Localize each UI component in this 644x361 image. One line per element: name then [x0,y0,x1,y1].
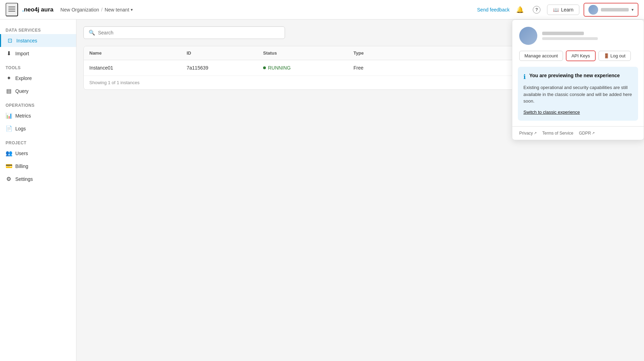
bell-icon: 🔔 [516,6,524,14]
log-out-icon: 🚪 [604,53,609,58]
dropdown-footer: Privacy ↗ Terms of Service GDPR ↗ [512,126,644,140]
cell-status: RUNNING [258,60,348,75]
app-logo: .neo4j aura [22,6,54,13]
settings-icon: ⚙ [6,176,12,182]
svg-rect-0 [8,7,15,7]
dropdown-avatar [519,27,537,45]
query-icon: ▤ [6,88,12,94]
learn-button[interactable]: 📖 Learn [547,5,579,15]
app-body: Data services ⊡ Instances ⬇ Import Tools… [0,19,644,361]
dropdown-user-section [512,20,644,50]
sidebar-item-explore[interactable]: ✦ Explore [0,72,76,85]
sidebar: Data services ⊡ Instances ⬇ Import Tools… [0,19,76,361]
metrics-icon: 📊 [6,112,12,119]
sidebar-item-query-label: Query [15,88,28,94]
switch-classic-link[interactable]: Switch to classic experience [523,110,580,115]
avatar [588,5,598,15]
help-button[interactable]: ? [530,3,543,16]
sidebar-item-logs-label: Logs [15,126,26,131]
notifications-button[interactable]: 🔔 [514,3,526,16]
cell-id: 7a115639 [181,60,258,75]
send-feedback-link[interactable]: Send feedback [477,7,510,13]
sidebar-item-logs[interactable]: 📄 Logs [0,122,76,135]
sidebar-item-users-label: Users [15,151,28,156]
dropdown-actions: Manage account API Keys 🚪 Log out [512,50,644,67]
instances-icon: ⊡ [7,37,13,44]
sidebar-item-metrics-label: Metrics [15,113,31,119]
banner-header: ℹ You are previewing the new experience [523,72,633,81]
billing-icon: 💳 [6,163,12,169]
sidebar-item-settings-label: Settings [15,176,33,182]
dropdown-user-info [542,32,598,40]
info-icon: ℹ [523,73,526,81]
breadcrumb-separator: / [101,7,103,13]
log-out-button[interactable]: 🚪 Log out [598,51,631,61]
user-menu-button[interactable]: ▾ [584,3,638,17]
operations-label: Operations [0,100,76,109]
column-status: Status [258,46,348,60]
import-icon: ⬇ [6,50,12,57]
project-label: Project [0,138,76,147]
help-icon: ? [533,6,540,14]
external-icon-2: ↗ [592,131,595,135]
svg-rect-1 [8,9,15,9]
column-id: ID [181,46,258,60]
breadcrumb-org[interactable]: New Organization [60,7,99,13]
sidebar-item-instances-label: Instances [16,38,37,43]
data-services-label: Data services [0,25,76,34]
search-input-wrap: 🔍 [83,26,285,39]
sidebar-item-query[interactable]: ▤ Query [0,85,76,97]
column-type: Type [348,46,410,60]
search-icon: 🔍 [89,30,95,36]
top-navigation: .neo4j aura New Organization / New tenan… [0,0,644,19]
status-dot [263,66,266,69]
sidebar-item-settings[interactable]: ⚙ Settings [0,173,76,185]
users-icon: 👥 [6,150,12,157]
hamburger-menu-button[interactable] [6,3,18,16]
sidebar-item-metrics[interactable]: 📊 Metrics [0,109,76,122]
search-input[interactable] [98,30,280,35]
sidebar-item-import[interactable]: ⬇ Import [0,47,76,60]
info-banner: ℹ You are previewing the new experience … [518,67,638,121]
api-keys-button[interactable]: API Keys [566,50,595,61]
logo-text: .neo4j aura [22,6,54,13]
external-icon: ↗ [534,131,537,135]
tools-label: Tools [0,63,76,72]
breadcrumb-tenant[interactable]: New tenant ▾ [105,7,133,13]
book-icon: 📖 [553,7,559,13]
chevron-down-icon: ▾ [631,7,634,12]
column-name: Name [84,46,181,60]
breadcrumb: New Organization / New tenant ▾ [60,7,133,13]
sidebar-item-import-label: Import [15,51,29,56]
sidebar-item-billing-label: Billing [15,163,28,169]
logs-icon: 📄 [6,125,12,132]
user-name-display [542,32,584,35]
status-running: RUNNING [263,65,291,71]
sidebar-item-billing[interactable]: 💳 Billing [0,160,76,173]
sidebar-item-instances[interactable]: ⊡ Instances [0,34,76,47]
manage-account-button[interactable]: Manage account [519,51,563,61]
chevron-down-icon: ▾ [131,7,133,12]
cell-name: Instance01 [84,60,181,75]
sidebar-item-explore-label: Explore [15,75,32,81]
sidebar-item-users[interactable]: 👥 Users [0,147,76,160]
banner-body: Existing operational and security capabi… [523,84,633,105]
privacy-link[interactable]: Privacy ↗ [519,131,537,136]
gdpr-link[interactable]: GDPR ↗ [579,131,595,136]
cell-type: Free [348,60,410,75]
user-email-display [542,37,598,40]
explore-icon: ✦ [6,75,12,81]
user-dropdown-panel: Manage account API Keys 🚪 Log out ℹ You … [512,19,644,140]
terms-of-service-link[interactable]: Terms of Service [542,131,573,136]
svg-rect-2 [8,11,15,11]
user-name-placeholder [601,8,629,11]
banner-title: You are previewing the new experience [529,72,620,79]
